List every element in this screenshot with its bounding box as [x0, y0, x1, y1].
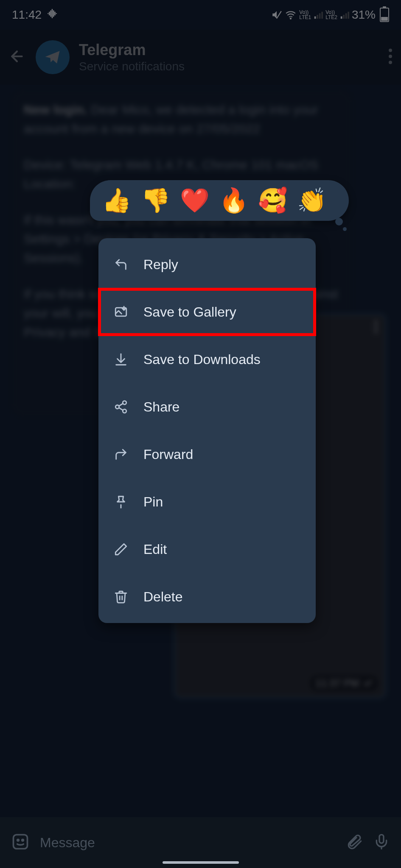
menu-save-to-gallery[interactable]: Save to Gallery	[98, 288, 316, 336]
menu-label: Pin	[143, 494, 163, 510]
menu-delete[interactable]: Delete	[98, 573, 316, 620]
svg-line-21	[119, 403, 123, 406]
svg-point-25	[22, 840, 24, 841]
reply-icon	[113, 257, 129, 272]
forward-icon	[113, 447, 129, 462]
menu-share[interactable]: Share	[98, 383, 316, 431]
menu-label: Edit	[143, 542, 167, 557]
svg-rect-26	[379, 835, 384, 843]
menu-label: Reply	[143, 257, 178, 273]
delete-icon	[113, 590, 129, 604]
menu-label: Save to Downloads	[143, 352, 261, 367]
menu-forward[interactable]: Forward	[98, 431, 316, 478]
reactions-bar: 👍 👎 ❤️ 🔥 🥰 👏 😁	[90, 180, 349, 221]
reaction-love-face[interactable]: 🥰	[258, 186, 288, 214]
nav-handle[interactable]	[163, 861, 239, 864]
menu-label: Delete	[143, 589, 183, 605]
context-menu: Reply Save to Gallery Save to Downloads …	[98, 238, 316, 623]
save-gallery-icon	[113, 305, 129, 319]
reaction-thumbs-down[interactable]: 👎	[141, 186, 171, 214]
menu-label: Forward	[143, 447, 193, 462]
menu-pin[interactable]: Pin	[98, 478, 316, 526]
pin-icon	[113, 495, 129, 509]
reaction-grin[interactable]: 😁	[336, 186, 337, 214]
message-input[interactable]: Message	[40, 835, 336, 851]
menu-edit[interactable]: Edit	[98, 526, 316, 573]
message-composer: Message	[0, 817, 401, 868]
reaction-heart[interactable]: ❤️	[180, 186, 210, 214]
attach-button[interactable]	[346, 833, 363, 852]
menu-label: Save to Gallery	[143, 304, 236, 320]
emoji-button[interactable]	[11, 832, 30, 853]
menu-label: Share	[143, 399, 179, 415]
menu-reply[interactable]: Reply	[98, 241, 316, 288]
reaction-fire[interactable]: 🔥	[219, 186, 249, 214]
svg-line-22	[119, 408, 123, 410]
share-icon	[113, 400, 129, 414]
svg-point-24	[17, 840, 19, 841]
reaction-thumbs-up[interactable]: 👍	[102, 186, 132, 214]
menu-save-to-downloads[interactable]: Save to Downloads	[98, 336, 316, 383]
edit-icon	[113, 542, 129, 556]
reaction-clap[interactable]: 👏	[297, 186, 327, 214]
mic-button[interactable]	[373, 833, 390, 852]
svg-rect-23	[14, 835, 28, 849]
download-icon	[113, 352, 129, 367]
